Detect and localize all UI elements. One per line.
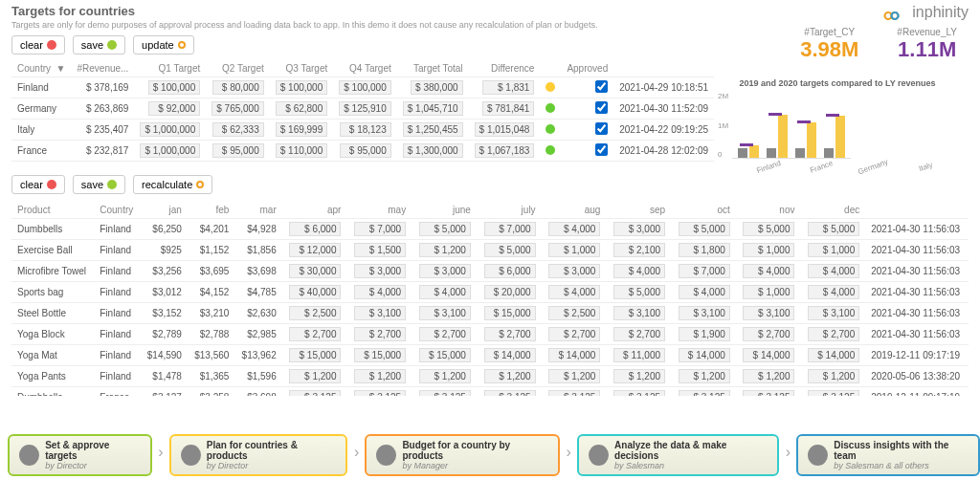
col-header[interactable]: #Revenue... (71, 60, 134, 77)
save-button-2[interactable]: save (73, 175, 125, 194)
recalculate-button[interactable]: recalculate (133, 175, 212, 194)
col-header[interactable]: aug (542, 202, 607, 219)
flow-step[interactable]: Set & approve targetsby Director (8, 434, 152, 476)
targets-chart: 2019 and 2020 targets compared to LY rev… (718, 78, 957, 171)
col-header[interactable]: Difference (469, 60, 541, 77)
table-row[interactable]: Steel BottleFinland$3,152$3,210$2,630$ 2… (11, 303, 969, 324)
avatar (181, 445, 201, 466)
avatar (589, 445, 609, 466)
approved-checkbox[interactable] (595, 143, 608, 156)
col-header[interactable]: Target Total (397, 60, 469, 77)
close-icon (47, 180, 56, 189)
page-subtitle: Targets are only for demo purposes of ap… (11, 20, 881, 30)
flow-step[interactable]: Analyze the data & make decisionsby Sale… (577, 434, 779, 476)
col-header[interactable]: Q2 Target (206, 60, 270, 77)
col-header[interactable]: Country (94, 202, 140, 219)
save-button[interactable]: save (73, 35, 125, 55)
col-header[interactable]: may (346, 202, 412, 219)
col-header[interactable]: jan (141, 202, 188, 219)
table-row[interactable]: Microfibre TowelFinland$3,256$3,695$3,69… (11, 261, 969, 282)
col-header[interactable]: sep (606, 202, 671, 219)
table-row[interactable]: France$ 232,817 $ 1,000,000$ 95,000 $ 11… (11, 141, 714, 162)
col-header[interactable]: Approved (561, 60, 613, 77)
page-title: Targets for countries (11, 4, 881, 18)
refresh-icon (196, 181, 204, 188)
approved-checkbox[interactable] (595, 101, 608, 114)
table-row[interactable]: Yoga MatFinland$14,590$13,560$13,962$ 15… (11, 345, 969, 366)
col-header[interactable]: oct (671, 202, 736, 219)
col-header[interactable] (613, 60, 714, 77)
clear-button-2[interactable]: clear (11, 175, 65, 194)
update-button[interactable]: update (133, 35, 194, 55)
close-icon (47, 40, 56, 50)
brand-logo: inphinity (881, 4, 969, 21)
table-row[interactable]: Exercise BallFinland$925$1,152$1,856$ 12… (11, 240, 969, 261)
flow-step[interactable]: Discuss insights with the teamby Salesma… (796, 434, 980, 476)
flow-step[interactable]: Budget for a country by productsby Manag… (365, 434, 560, 476)
col-header[interactable]: nov (736, 202, 801, 219)
table-row[interactable]: Italy$ 235,407 $ 1,000,000$ 62,333 $ 169… (11, 120, 714, 141)
clear-button[interactable]: clear (11, 35, 65, 55)
table-row[interactable]: Yoga PantsFinland$1,478$1,365$1,596$ 1,2… (11, 366, 969, 387)
col-header[interactable]: feb (188, 202, 234, 219)
approved-checkbox[interactable] (595, 122, 608, 135)
col-header[interactable]: Product (11, 202, 94, 219)
refresh-icon (178, 41, 186, 49)
table-row[interactable]: Yoga BlockFinland$2,789$2,788$2,985$ 2,7… (11, 324, 969, 345)
status-dot (546, 145, 555, 155)
save-icon (107, 40, 117, 50)
kpi-target-cy: #Target_CY 3.98M (800, 27, 858, 62)
col-header[interactable] (540, 60, 561, 77)
status-dot (546, 124, 555, 134)
col-header[interactable]: june (412, 202, 477, 219)
col-header[interactable]: Country ▼ (11, 60, 71, 77)
status-dot (546, 103, 555, 113)
col-header[interactable] (865, 202, 969, 219)
table-row[interactable]: DumbbellsFrance$3,127$3,258$3,698$ 3,125… (11, 387, 969, 397)
save-icon (107, 180, 117, 189)
col-header[interactable]: Q3 Target (270, 60, 334, 77)
avatar (19, 445, 39, 466)
col-header[interactable]: dec (800, 202, 865, 219)
col-header[interactable]: Q4 Target (333, 60, 397, 77)
targets-table[interactable]: Country ▼#Revenue...Q1 TargetQ2 TargetQ3… (11, 60, 714, 162)
avatar (808, 445, 828, 466)
col-header[interactable]: Q1 Target (134, 60, 206, 77)
products-table[interactable]: ProductCountryjanfebmaraprmayjunejulyaug… (11, 202, 969, 396)
kpi-revenue-ly: #Revenue_LY 1.11M (897, 27, 957, 62)
approved-checkbox[interactable] (595, 80, 608, 93)
col-header[interactable]: mar (234, 202, 281, 219)
col-header[interactable]: july (477, 202, 542, 219)
avatar (376, 445, 396, 466)
table-row[interactable]: DumbbellsFinland$6,250$4,201$4,928$ 6,00… (11, 219, 969, 240)
flow-step[interactable]: Plan for countries & productsby Director (169, 434, 348, 476)
col-header[interactable]: apr (282, 202, 347, 219)
table-row[interactable]: Germany$ 263,869 $ 92,000$ 765,000 $ 62,… (11, 98, 714, 120)
table-row[interactable]: Finland$ 378,169 $ 100,000$ 80,000 $ 100… (11, 77, 714, 98)
table-row[interactable]: Sports bagFinland$3,012$4,152$4,785$ 40,… (11, 282, 969, 303)
status-dot (546, 82, 555, 92)
